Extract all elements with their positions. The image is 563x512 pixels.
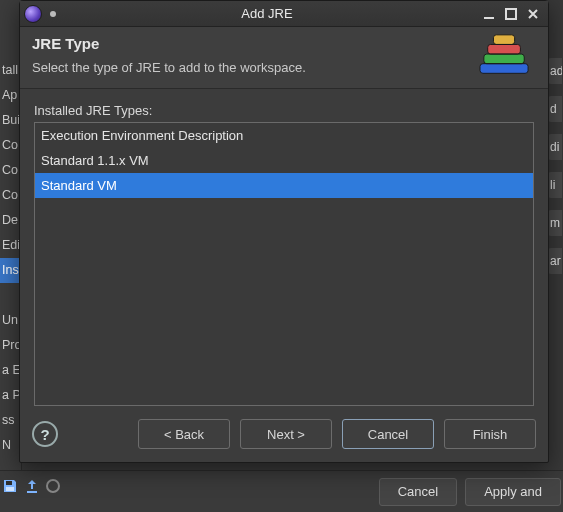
list-item[interactable]: Standard VM xyxy=(35,173,533,198)
bg-sidebar-item[interactable]: Un xyxy=(0,308,21,333)
header-subtitle: Select the type of JRE to add to the wor… xyxy=(32,60,474,75)
bg-sidebar-item[interactable]: a E xyxy=(0,358,21,383)
export-icon xyxy=(24,478,40,494)
bg-right-chip[interactable]: m xyxy=(548,210,562,236)
minimize-button[interactable] xyxy=(478,5,500,23)
background-right-strip: adddilimar xyxy=(548,20,563,274)
bg-sidebar-item[interactable]: N xyxy=(0,433,21,458)
cancel-button[interactable]: Cancel xyxy=(342,419,434,449)
list-label: Installed JRE Types: xyxy=(34,103,534,118)
bg-right-chip[interactable]: li xyxy=(548,172,562,198)
dialog-titlebar[interactable]: Add JRE xyxy=(20,1,548,27)
list-item[interactable]: Execution Environment Description xyxy=(35,123,533,148)
bg-sidebar-item[interactable]: De xyxy=(0,208,21,233)
bg-right-chip[interactable]: ar xyxy=(548,248,562,274)
bg-sidebar-item[interactable]: Edi xyxy=(0,233,21,258)
svg-rect-0 xyxy=(6,481,12,485)
bg-apply-button[interactable]: Apply and xyxy=(465,478,561,506)
bg-sidebar-item[interactable]: Ins xyxy=(0,258,21,283)
bg-right-chip[interactable]: ad xyxy=(548,58,562,84)
bg-sidebar-item[interactable]: ss xyxy=(0,408,21,433)
bg-sidebar-item[interactable]: Co xyxy=(0,158,21,183)
save-icon xyxy=(2,478,18,494)
close-button[interactable] xyxy=(522,5,544,23)
maximize-button[interactable] xyxy=(500,5,522,23)
svg-rect-1 xyxy=(6,487,14,491)
bg-sidebar-item[interactable]: Co xyxy=(0,133,21,158)
bg-sidebar-item[interactable]: Pro xyxy=(0,333,21,358)
status-bar-icons xyxy=(2,478,60,494)
bg-sidebar-item[interactable] xyxy=(0,283,21,308)
add-jre-dialog: Add JRE JRE Type Select the type of JRE … xyxy=(19,0,549,463)
bg-sidebar-item[interactable]: tall xyxy=(0,58,21,83)
dialog-footer: ? < Back Next > Cancel Finish xyxy=(20,406,548,462)
svg-rect-6 xyxy=(488,44,521,54)
bg-sidebar-item[interactable]: Bui xyxy=(0,108,21,133)
help-button[interactable]: ? xyxy=(32,421,58,447)
bg-right-chip[interactable]: d xyxy=(548,96,562,122)
background-footer: Cancel Apply and xyxy=(0,470,563,512)
header-title: JRE Type xyxy=(32,35,474,52)
books-icon xyxy=(474,31,536,81)
svg-rect-5 xyxy=(484,54,524,64)
finish-button[interactable]: Finish xyxy=(444,419,536,449)
bg-right-chip[interactable]: di xyxy=(548,134,562,160)
bg-cancel-button[interactable]: Cancel xyxy=(379,478,457,506)
bg-sidebar-item[interactable]: a P xyxy=(0,383,21,408)
list-item[interactable]: Standard 1.1.x VM xyxy=(35,148,533,173)
jre-types-list[interactable]: Execution Environment DescriptionStandar… xyxy=(34,122,534,406)
next-button[interactable]: Next > xyxy=(240,419,332,449)
eclipse-app-icon xyxy=(24,5,42,23)
progress-indicator-icon xyxy=(46,479,60,493)
back-button[interactable]: < Back xyxy=(138,419,230,449)
dialog-body: Installed JRE Types: Execution Environme… xyxy=(20,89,548,406)
svg-rect-4 xyxy=(480,64,528,74)
svg-rect-2 xyxy=(484,17,494,19)
svg-rect-3 xyxy=(506,9,516,19)
bg-sidebar-item[interactable]: Co xyxy=(0,183,21,208)
dialog-title: Add JRE xyxy=(56,6,478,21)
svg-rect-7 xyxy=(493,35,514,45)
bg-sidebar-item[interactable]: Ap xyxy=(0,83,21,108)
dialog-header: JRE Type Select the type of JRE to add t… xyxy=(20,27,548,89)
